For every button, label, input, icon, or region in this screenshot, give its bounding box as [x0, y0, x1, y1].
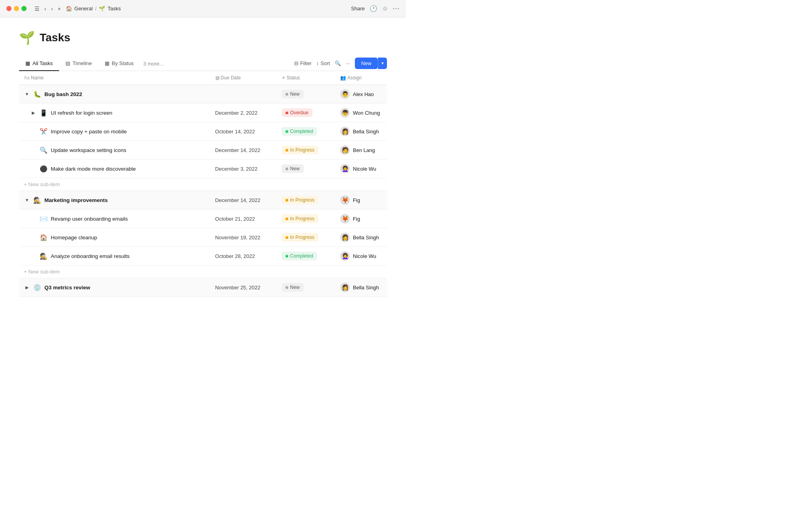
group-name-cell: ▶ 💿 Q3 metrics review [19, 278, 211, 297]
task-assign-cell: 👩‍🦱 Nicole Wu [335, 247, 387, 266]
timeline-icon: ▤ [65, 60, 70, 66]
tab-by-status[interactable]: ▦ By Status [98, 56, 140, 71]
task-name-label: Analyze onboarding email results [51, 253, 130, 259]
hamburger-button[interactable]: ☰ [33, 5, 41, 13]
due-date: October 28, 2022 [215, 253, 255, 259]
breadcrumb-home[interactable]: General [75, 6, 93, 12]
titlebar: ☰ ‹ › + 🏠 General / 🌱 Tasks Share 🕐 ☆ ··… [0, 0, 406, 17]
task-assign-cell: 👦 Won Chung [335, 104, 387, 122]
share-button[interactable]: Share [351, 6, 365, 12]
back-button[interactable]: ‹ [43, 5, 48, 13]
more-button[interactable]: ··· [346, 60, 350, 66]
group-assign-cell: 🦊 Fig [335, 191, 387, 210]
task-emoji: 🏠 [40, 234, 48, 241]
filter-button[interactable]: ⊟ Filter [294, 60, 312, 66]
new-sub-item-cell: + New sub-item [19, 178, 387, 191]
group-due-cell: November 25, 2022 [211, 278, 277, 297]
forward-button[interactable]: › [50, 5, 55, 13]
breadcrumb-page[interactable]: Tasks [107, 6, 121, 12]
status-badge: Overdue [282, 108, 312, 117]
tab-timeline[interactable]: ▤ Timeline [59, 56, 98, 71]
assignee-name: Won Chung [353, 110, 380, 116]
plus-icon: + [24, 269, 27, 275]
task-name-label: Homepage cleanup [51, 235, 97, 241]
avatar: 👩‍🦱 [340, 251, 350, 261]
group-status-cell: New [277, 278, 335, 297]
avatar: 👩 [340, 283, 350, 292]
expand-button[interactable]: ▼ [24, 92, 30, 96]
task-emoji: ✉️ [40, 215, 48, 223]
assignee: 👩‍🦱 Nicole Wu [340, 251, 376, 261]
assignee-name: Bella Singh [353, 129, 379, 135]
page-title-row: 🌱 Tasks [19, 30, 387, 45]
task-table: Aa Name ▦Due Date ✦Status 👥Assign ▼ 🐛 Bu… [19, 71, 387, 297]
task-emoji: ⚫ [40, 165, 48, 173]
search-button[interactable]: 🔍 [335, 60, 341, 66]
tabs-more[interactable]: 3 more... [140, 57, 167, 71]
table-row: ▶ 📱 UI refresh for login screen December… [19, 104, 387, 122]
new-button[interactable]: New [355, 58, 378, 69]
nav-controls: ☰ ‹ › + [33, 5, 63, 13]
col-header-assign: 👥Assign [335, 71, 387, 85]
avatar: 👩 [340, 233, 350, 242]
new-sub-item-cell: + New sub-item [19, 266, 387, 278]
expand-button[interactable]: ▼ [24, 198, 30, 202]
col-header-name: Aa Name [19, 71, 211, 85]
status-badge: Completed [282, 127, 317, 136]
status-badge: In Progress [282, 196, 318, 204]
col-header-due: ▦Due Date [211, 71, 277, 85]
new-sub-item-button[interactable]: + New sub-item [19, 178, 65, 190]
group-emoji: 🐛 [33, 90, 41, 98]
breadcrumb: 🏠 General / 🌱 Tasks [66, 6, 351, 12]
group-title: Marketing improvements [44, 197, 108, 203]
assignee-name: Fig [353, 216, 360, 222]
group-assign-cell: 👨 Alex Hao [335, 85, 387, 104]
task-name-label: UI refresh for login screen [51, 110, 112, 116]
assignee-name: Bella Singh [353, 285, 379, 291]
group-emoji: 💿 [33, 284, 41, 291]
avatar: 🧑 [340, 145, 350, 155]
add-button[interactable]: + [56, 5, 62, 13]
avatar: 👩 [340, 127, 350, 136]
more-options-button[interactable]: ··· [393, 4, 400, 13]
maximize-button[interactable] [21, 6, 27, 11]
expand-button[interactable]: ▶ [24, 285, 30, 290]
group-title: Q3 metrics review [44, 285, 90, 291]
assignee: 👦 Won Chung [340, 108, 380, 117]
sort-icon: ↕ [316, 60, 319, 66]
minimize-button[interactable] [14, 6, 19, 11]
task-due-cell: December 2, 2022 [211, 104, 277, 122]
assignee: 👨 Alex Hao [340, 89, 374, 99]
task-emoji: 🕵️ [40, 252, 48, 260]
table-row: ✉️ Revamp user onboarding emails October… [19, 210, 387, 228]
avatar: 👩‍🦱 [340, 164, 350, 173]
due-date: November 19, 2022 [215, 235, 260, 241]
status-badge: New [282, 283, 304, 292]
due-date: December 14, 2022 [215, 197, 260, 203]
due-date: December 3, 2022 [215, 166, 258, 172]
new-sub-item-button[interactable]: + New sub-item [19, 266, 65, 278]
assignee: 👩‍🦱 Nicole Wu [340, 164, 376, 173]
assignee: 🦊 Fig [340, 214, 360, 223]
toolbar-actions: ⊟ Filter ↕ Sort 🔍 ··· New ▾ [294, 58, 387, 71]
home-icon: 🏠 [66, 6, 72, 12]
expand-button[interactable]: ▶ [30, 110, 36, 115]
task-name-label: Revamp user onboarding emails [51, 216, 128, 222]
task-due-cell: October 28, 2022 [211, 247, 277, 266]
task-due-cell: December 3, 2022 [211, 160, 277, 178]
task-name-cell: 🏠 Homepage cleanup [19, 228, 211, 247]
clock-icon[interactable]: 🕐 [370, 5, 377, 12]
assignee-name: Ben Lang [353, 147, 375, 153]
group-row: ▼ 🐛 Bug bash 2022 New 👨 Alex Hao [19, 85, 387, 104]
sort-button[interactable]: ↕ Sort [316, 60, 330, 66]
due-date: October 21, 2022 [215, 216, 255, 222]
tab-timeline-label: Timeline [73, 60, 92, 66]
star-icon[interactable]: ☆ [382, 5, 388, 12]
tab-all-tasks[interactable]: ▦ All Tasks [19, 56, 59, 71]
new-dropdown-button[interactable]: ▾ [378, 58, 387, 69]
table-row: 🕵️ Analyze onboarding email results Octo… [19, 247, 387, 266]
assignee-name: Nicole Wu [353, 253, 376, 259]
close-button[interactable] [6, 6, 11, 11]
task-name-cell: 🕵️ Analyze onboarding email results [19, 247, 211, 266]
page-title: Tasks [40, 31, 70, 44]
